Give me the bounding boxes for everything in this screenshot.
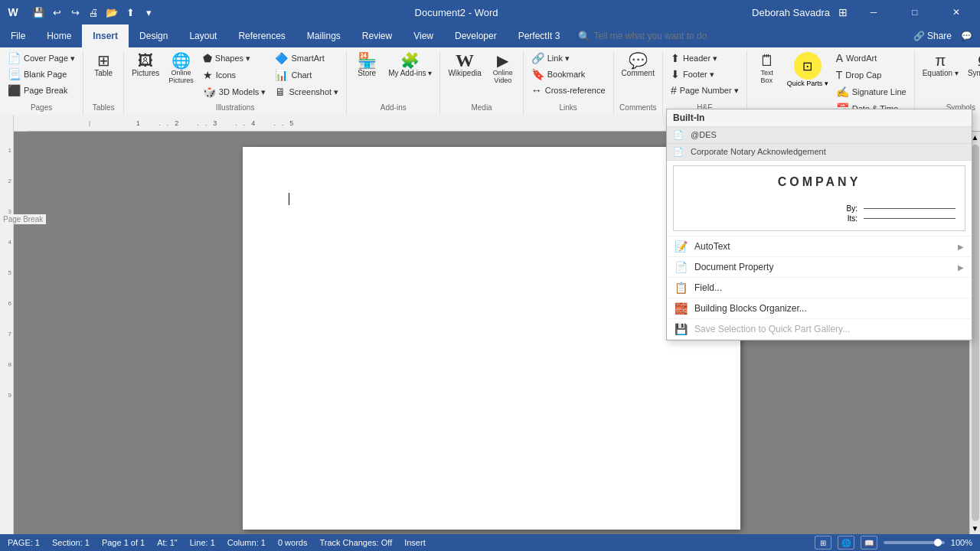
share-button[interactable]: 🔗 Share bbox=[913, 31, 952, 41]
open-button[interactable]: 📂 bbox=[104, 5, 119, 20]
comments-group-label: Comments bbox=[619, 102, 658, 112]
ribbon-group-addins: 🏪 Store 🧩 My Add-ins ▾ Add-ins bbox=[347, 51, 440, 115]
icons-button[interactable]: ★ Icons bbox=[200, 67, 270, 83]
track-changes-info[interactable]: Track Changes: Off bbox=[319, 538, 392, 547]
tab-view[interactable]: View bbox=[403, 24, 444, 47]
left-ruler: 1 2 3 4 5 6 7 8 9 bbox=[0, 132, 14, 534]
by-underline bbox=[864, 208, 956, 209]
page-break-label: Page Break bbox=[0, 214, 46, 224]
signature-line-button[interactable]: ✍ Signature Line bbox=[833, 84, 910, 99]
customize-qat-button[interactable]: ▾ bbox=[141, 5, 156, 20]
quick-parts-button[interactable]: ⊡ Quick Parts ▾ bbox=[784, 51, 831, 89]
column-info: Column: 1 bbox=[227, 538, 266, 547]
bookmark-button[interactable]: 🔖 Bookmark bbox=[528, 67, 609, 82]
save-button[interactable]: 💾 bbox=[31, 5, 46, 20]
line-info: Line: 1 bbox=[190, 538, 215, 547]
pictures-button[interactable]: 🖼 Pictures bbox=[129, 51, 162, 79]
drop-cap-button[interactable]: T Drop Cap bbox=[833, 67, 910, 83]
autotext-icon: 📝 bbox=[675, 240, 688, 253]
store-button[interactable]: 🏪 Store bbox=[351, 51, 382, 79]
ribbon-group-pages: 📄 Cover Page ▾ 📃 Blank Page ⬛ Page Break… bbox=[0, 51, 83, 115]
words-info: 0 words bbox=[278, 538, 308, 547]
screenshot-button[interactable]: 🖥 Screenshot ▾ bbox=[272, 84, 341, 99]
page-break-button[interactable]: ⬛ Page Break bbox=[5, 83, 78, 98]
save-to-sharepoint-button[interactable]: ⬆ bbox=[122, 5, 138, 20]
company-name: COMPANY bbox=[683, 175, 956, 189]
comments-button[interactable]: 💬 bbox=[961, 31, 972, 41]
print-layout-view-button[interactable]: ⊞ bbox=[815, 536, 831, 549]
web-layout-view-button[interactable]: 🌐 bbox=[838, 536, 854, 549]
online-video-button[interactable]: ▶ OnlineVideo bbox=[488, 51, 518, 86]
link-button[interactable]: 🔗 Link ▾ bbox=[528, 51, 609, 66]
tab-developer[interactable]: Developer bbox=[444, 24, 508, 47]
tab-references[interactable]: References bbox=[227, 24, 296, 47]
field-item[interactable]: 📋 Field... bbox=[667, 278, 972, 298]
footer-button[interactable]: ⬇ Footer ▾ bbox=[668, 67, 742, 82]
minimize-button[interactable]: ─ bbox=[856, 0, 891, 24]
titlebar: W 💾 ↩ ↪ 🖨 📂 ⬆ ▾ Document2 - Word Deborah… bbox=[0, 0, 980, 24]
redo-button[interactable]: ↪ bbox=[67, 5, 83, 20]
blank-page-button[interactable]: 📃 Blank Page bbox=[5, 67, 78, 82]
corporate-template-header: 📄 Corporate Notary Acknowledgement bbox=[667, 144, 972, 161]
tab-perfectit[interactable]: PerfectIt 3 bbox=[508, 24, 571, 47]
tab-file[interactable]: File bbox=[0, 24, 36, 47]
ribbon-group-comments: 💬 Comment Comments bbox=[614, 51, 663, 115]
wordart-button[interactable]: A WordArt bbox=[833, 51, 910, 66]
close-button[interactable]: ✕ bbox=[939, 0, 974, 24]
statusbar-right: ⊞ 🌐 📖 100% bbox=[815, 536, 972, 549]
tab-home[interactable]: Home bbox=[36, 24, 82, 47]
tab-layout[interactable]: Layout bbox=[178, 24, 227, 47]
illustrations-group-label: Illustrations bbox=[129, 102, 341, 112]
text-box-button[interactable]: 🗒 TextBox bbox=[752, 51, 782, 86]
comment-button[interactable]: 💬 Comment bbox=[619, 51, 658, 79]
tab-mailings[interactable]: Mailings bbox=[296, 24, 351, 47]
corporate-template-section[interactable]: 📄 Corporate Notary Acknowledgement COMPA… bbox=[667, 144, 972, 236]
cover-page-button[interactable]: 📄 Cover Page ▾ bbox=[5, 51, 78, 66]
statusbar: PAGE: 1 Section: 1 Page 1 of 1 At: 1" Li… bbox=[0, 534, 980, 551]
document-title: Document2 - Word bbox=[415, 7, 498, 18]
read-mode-button[interactable]: 📖 bbox=[861, 536, 877, 549]
table-button[interactable]: ⊞ Table bbox=[88, 51, 119, 79]
search-input[interactable] bbox=[593, 31, 731, 41]
3d-models-button[interactable]: 🎲 3D Models ▾ bbox=[200, 84, 270, 99]
page-info: PAGE: 1 bbox=[8, 538, 40, 547]
equation-button[interactable]: π Equation ▾ bbox=[920, 51, 962, 79]
building-blocks-organizer-item[interactable]: 🧱 Building Blocks Organizer... bbox=[667, 298, 972, 319]
ribbon-group-links: 🔗 Link ▾ 🔖 Bookmark ↔ Cross-reference Li… bbox=[524, 51, 614, 115]
my-addins-button[interactable]: 🧩 My Add-ins ▾ bbox=[385, 51, 435, 79]
document-property-item[interactable]: 📄 Document Property ▶ bbox=[667, 257, 972, 278]
shapes-button[interactable]: ⬟ Shapes ▾ bbox=[200, 51, 270, 66]
tab-design[interactable]: Design bbox=[129, 24, 178, 47]
symbol-button[interactable]: Ω Symbol ▾ bbox=[965, 51, 980, 79]
titlebar-right: Deborah Savadra ⊞ ─ □ ✕ bbox=[752, 0, 974, 24]
undo-button[interactable]: ↩ bbox=[49, 5, 64, 20]
ribbon-content: 📄 Cover Page ▾ 📃 Blank Page ⬛ Page Break… bbox=[0, 47, 980, 115]
autotext-item[interactable]: 📝 AutoText ▶ bbox=[667, 236, 972, 257]
links-group-label: Links bbox=[528, 102, 609, 112]
header-button[interactable]: ⬆ Header ▾ bbox=[668, 51, 742, 66]
zoom-slider[interactable] bbox=[884, 541, 945, 544]
building-blocks-icon: 🧱 bbox=[675, 302, 688, 315]
maximize-button[interactable]: □ bbox=[897, 0, 933, 24]
wikipedia-button[interactable]: W Wikipedia bbox=[445, 51, 484, 79]
restore-icon[interactable]: ⊞ bbox=[836, 5, 850, 19]
ribbon-group-tables: ⊞ Table Tables bbox=[83, 51, 124, 115]
doc-property-arrow: ▶ bbox=[958, 263, 964, 272]
page-of[interactable]: Page 1 of 1 bbox=[102, 538, 145, 547]
cross-reference-button[interactable]: ↔ Cross-reference bbox=[528, 83, 609, 98]
field-icon: 📋 bbox=[675, 282, 688, 294]
zoom-thumb[interactable] bbox=[934, 539, 942, 546]
tab-insert[interactable]: Insert bbox=[82, 24, 129, 47]
chart-button[interactable]: 📊 Chart bbox=[272, 67, 341, 83]
print-button[interactable]: 🖨 bbox=[86, 5, 101, 20]
document-property-icon: 📄 bbox=[675, 261, 688, 273]
page-number-button[interactable]: # Page Number ▾ bbox=[668, 83, 742, 98]
addins-group-label: Add-ins bbox=[351, 102, 435, 112]
insert-mode[interactable]: Insert bbox=[404, 538, 426, 547]
tab-review[interactable]: Review bbox=[351, 24, 403, 47]
online-pictures-button[interactable]: 🌐 OnlinePictures bbox=[165, 51, 197, 86]
zoom-level[interactable]: 100% bbox=[951, 538, 972, 547]
smartart-button[interactable]: 🔷 SmartArt bbox=[272, 51, 341, 66]
at-des-section: 📄 @DES bbox=[667, 127, 972, 144]
save-selection-icon: 💾 bbox=[675, 323, 688, 335]
